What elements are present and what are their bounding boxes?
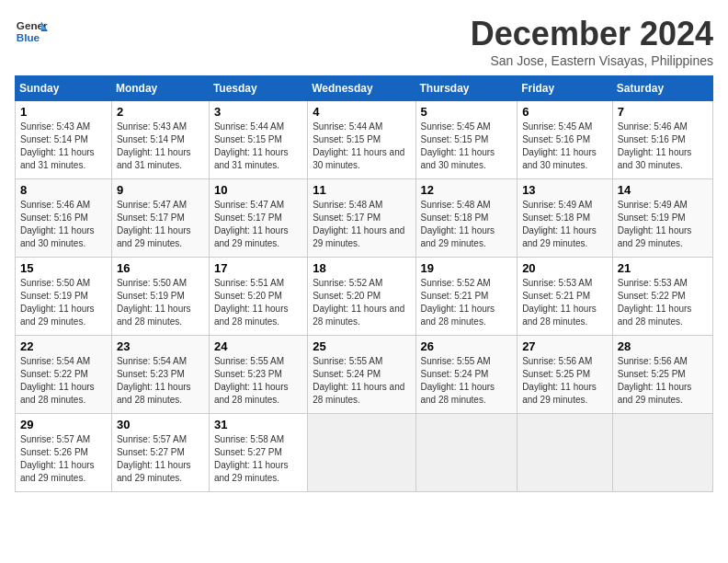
calendar-cell: 2Sunrise: 5:43 AM Sunset: 5:14 PM Daylig… bbox=[111, 101, 209, 179]
day-details: Sunrise: 5:50 AM Sunset: 5:19 PM Dayligh… bbox=[117, 277, 204, 328]
day-details: Sunrise: 5:49 AM Sunset: 5:18 PM Dayligh… bbox=[522, 199, 608, 250]
logo: General Blue bbox=[15, 15, 48, 48]
day-number: 3 bbox=[214, 105, 302, 119]
calendar-cell: 26Sunrise: 5:55 AM Sunset: 5:24 PM Dayli… bbox=[415, 336, 518, 414]
day-details: Sunrise: 5:45 AM Sunset: 5:15 PM Dayligh… bbox=[421, 121, 513, 172]
day-number: 2 bbox=[117, 105, 204, 119]
calendar-cell bbox=[612, 414, 712, 492]
day-details: Sunrise: 5:44 AM Sunset: 5:15 PM Dayligh… bbox=[214, 121, 302, 172]
day-details: Sunrise: 5:54 AM Sunset: 5:23 PM Dayligh… bbox=[117, 355, 204, 407]
calendar-cell: 27Sunrise: 5:56 AM Sunset: 5:25 PM Dayli… bbox=[518, 336, 613, 414]
calendar-cell: 18Sunrise: 5:52 AM Sunset: 5:20 PM Dayli… bbox=[308, 258, 415, 336]
day-number: 21 bbox=[618, 261, 708, 275]
calendar-cell: 25Sunrise: 5:55 AM Sunset: 5:24 PM Dayli… bbox=[308, 336, 415, 414]
day-number: 5 bbox=[421, 105, 513, 119]
day-number: 7 bbox=[618, 105, 708, 119]
day-details: Sunrise: 5:55 AM Sunset: 5:24 PM Dayligh… bbox=[421, 355, 513, 407]
day-number: 11 bbox=[313, 183, 410, 197]
weekday-header-saturday: Saturday bbox=[612, 76, 712, 101]
weekday-header-sunday: Sunday bbox=[16, 76, 112, 101]
calendar-cell: 22Sunrise: 5:54 AM Sunset: 5:22 PM Dayli… bbox=[16, 336, 112, 414]
calendar-cell: 14Sunrise: 5:49 AM Sunset: 5:19 PM Dayli… bbox=[612, 179, 712, 258]
day-number: 25 bbox=[313, 339, 410, 353]
day-number: 28 bbox=[618, 339, 708, 353]
calendar-cell: 11Sunrise: 5:48 AM Sunset: 5:17 PM Dayli… bbox=[308, 179, 415, 258]
day-details: Sunrise: 5:55 AM Sunset: 5:24 PM Dayligh… bbox=[313, 355, 410, 407]
weekday-header-monday: Monday bbox=[111, 76, 209, 101]
calendar-cell: 16Sunrise: 5:50 AM Sunset: 5:19 PM Dayli… bbox=[111, 258, 209, 336]
weekday-header-thursday: Thursday bbox=[415, 76, 518, 101]
calendar-cell: 31Sunrise: 5:58 AM Sunset: 5:27 PM Dayli… bbox=[209, 414, 307, 492]
day-number: 23 bbox=[117, 339, 204, 353]
day-details: Sunrise: 5:52 AM Sunset: 5:20 PM Dayligh… bbox=[313, 277, 410, 328]
day-details: Sunrise: 5:43 AM Sunset: 5:14 PM Dayligh… bbox=[20, 121, 107, 172]
calendar-week-1: 1Sunrise: 5:43 AM Sunset: 5:14 PM Daylig… bbox=[16, 101, 713, 179]
day-details: Sunrise: 5:46 AM Sunset: 5:16 PM Dayligh… bbox=[20, 199, 107, 250]
calendar-cell: 3Sunrise: 5:44 AM Sunset: 5:15 PM Daylig… bbox=[209, 101, 307, 179]
day-number: 29 bbox=[20, 418, 107, 431]
calendar-cell: 17Sunrise: 5:51 AM Sunset: 5:20 PM Dayli… bbox=[209, 258, 307, 336]
day-details: Sunrise: 5:49 AM Sunset: 5:19 PM Dayligh… bbox=[618, 199, 708, 250]
day-details: Sunrise: 5:47 AM Sunset: 5:17 PM Dayligh… bbox=[214, 199, 302, 250]
day-details: Sunrise: 5:53 AM Sunset: 5:22 PM Dayligh… bbox=[618, 277, 708, 328]
day-details: Sunrise: 5:56 AM Sunset: 5:25 PM Dayligh… bbox=[522, 355, 608, 407]
day-number: 18 bbox=[313, 261, 410, 275]
calendar-cell: 5Sunrise: 5:45 AM Sunset: 5:15 PM Daylig… bbox=[415, 101, 518, 179]
calendar-cell: 4Sunrise: 5:44 AM Sunset: 5:15 PM Daylig… bbox=[308, 101, 415, 179]
day-number: 13 bbox=[522, 183, 608, 197]
day-number: 8 bbox=[20, 183, 107, 197]
day-details: Sunrise: 5:57 AM Sunset: 5:26 PM Dayligh… bbox=[20, 433, 107, 485]
day-number: 9 bbox=[117, 183, 204, 197]
day-details: Sunrise: 5:53 AM Sunset: 5:21 PM Dayligh… bbox=[522, 277, 608, 328]
day-details: Sunrise: 5:46 AM Sunset: 5:16 PM Dayligh… bbox=[618, 121, 708, 172]
calendar-header-row: SundayMondayTuesdayWednesdayThursdayFrid… bbox=[16, 76, 713, 101]
calendar-week-2: 8Sunrise: 5:46 AM Sunset: 5:16 PM Daylig… bbox=[16, 179, 713, 258]
calendar-cell: 13Sunrise: 5:49 AM Sunset: 5:18 PM Dayli… bbox=[518, 179, 613, 258]
calendar-cell: 8Sunrise: 5:46 AM Sunset: 5:16 PM Daylig… bbox=[16, 179, 112, 258]
day-number: 30 bbox=[117, 418, 204, 431]
calendar-cell: 21Sunrise: 5:53 AM Sunset: 5:22 PM Dayli… bbox=[612, 258, 712, 336]
calendar-cell: 20Sunrise: 5:53 AM Sunset: 5:21 PM Dayli… bbox=[518, 258, 613, 336]
calendar-cell bbox=[518, 414, 613, 492]
day-details: Sunrise: 5:54 AM Sunset: 5:22 PM Dayligh… bbox=[20, 355, 107, 407]
calendar-cell: 29Sunrise: 5:57 AM Sunset: 5:26 PM Dayli… bbox=[16, 414, 112, 492]
calendar-cell: 15Sunrise: 5:50 AM Sunset: 5:19 PM Dayli… bbox=[16, 258, 112, 336]
day-number: 31 bbox=[214, 418, 302, 431]
calendar-week-3: 15Sunrise: 5:50 AM Sunset: 5:19 PM Dayli… bbox=[16, 258, 713, 336]
day-number: 12 bbox=[421, 183, 513, 197]
day-details: Sunrise: 5:45 AM Sunset: 5:16 PM Dayligh… bbox=[522, 121, 608, 172]
calendar-week-5: 29Sunrise: 5:57 AM Sunset: 5:26 PM Dayli… bbox=[16, 414, 713, 492]
calendar-cell bbox=[308, 414, 415, 492]
calendar-cell: 12Sunrise: 5:48 AM Sunset: 5:18 PM Dayli… bbox=[415, 179, 518, 258]
day-number: 10 bbox=[214, 183, 302, 197]
day-details: Sunrise: 5:56 AM Sunset: 5:25 PM Dayligh… bbox=[618, 355, 708, 407]
day-number: 14 bbox=[618, 183, 708, 197]
day-number: 22 bbox=[20, 339, 107, 353]
calendar-cell: 23Sunrise: 5:54 AM Sunset: 5:23 PM Dayli… bbox=[111, 336, 209, 414]
weekday-header-tuesday: Tuesday bbox=[209, 76, 307, 101]
calendar-cell: 28Sunrise: 5:56 AM Sunset: 5:25 PM Dayli… bbox=[612, 336, 712, 414]
day-details: Sunrise: 5:50 AM Sunset: 5:19 PM Dayligh… bbox=[20, 277, 107, 328]
calendar-cell: 10Sunrise: 5:47 AM Sunset: 5:17 PM Dayli… bbox=[209, 179, 307, 258]
day-number: 16 bbox=[117, 261, 204, 275]
svg-text:Blue: Blue bbox=[17, 31, 40, 43]
weekday-header-friday: Friday bbox=[518, 76, 613, 101]
day-number: 4 bbox=[313, 105, 410, 119]
day-details: Sunrise: 5:51 AM Sunset: 5:20 PM Dayligh… bbox=[214, 277, 302, 328]
calendar-cell bbox=[415, 414, 518, 492]
calendar-cell: 24Sunrise: 5:55 AM Sunset: 5:23 PM Dayli… bbox=[209, 336, 307, 414]
day-details: Sunrise: 5:58 AM Sunset: 5:27 PM Dayligh… bbox=[214, 433, 302, 485]
title-area: December 2024 San Jose, Eastern Visayas,… bbox=[471, 15, 713, 68]
weekday-header-wednesday: Wednesday bbox=[308, 76, 415, 101]
calendar-week-4: 22Sunrise: 5:54 AM Sunset: 5:22 PM Dayli… bbox=[16, 336, 713, 414]
day-details: Sunrise: 5:44 AM Sunset: 5:15 PM Dayligh… bbox=[313, 121, 410, 172]
day-details: Sunrise: 5:55 AM Sunset: 5:23 PM Dayligh… bbox=[214, 355, 302, 407]
calendar-cell: 19Sunrise: 5:52 AM Sunset: 5:21 PM Dayli… bbox=[415, 258, 518, 336]
day-number: 24 bbox=[214, 339, 302, 353]
day-number: 19 bbox=[421, 261, 513, 275]
logo-icon: General Blue bbox=[15, 15, 48, 48]
calendar-table: SundayMondayTuesdayWednesdayThursdayFrid… bbox=[15, 75, 713, 492]
day-number: 27 bbox=[522, 339, 608, 353]
calendar-cell: 30Sunrise: 5:57 AM Sunset: 5:27 PM Dayli… bbox=[111, 414, 209, 492]
calendar-cell: 1Sunrise: 5:43 AM Sunset: 5:14 PM Daylig… bbox=[16, 101, 112, 179]
